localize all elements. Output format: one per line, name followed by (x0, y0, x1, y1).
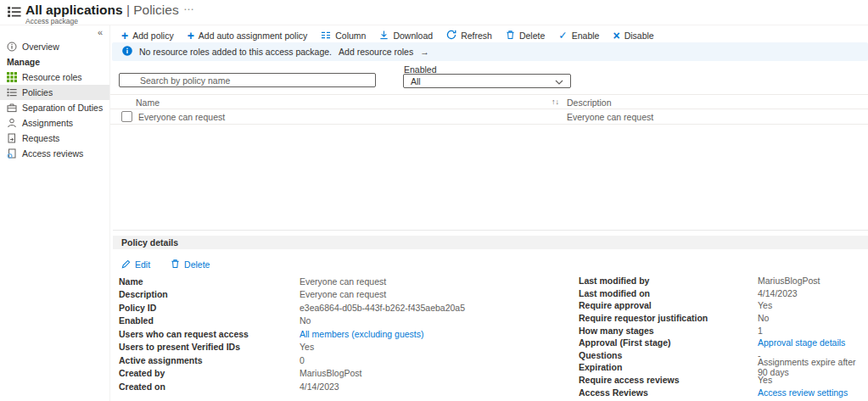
detail-label: How many stages (579, 326, 758, 336)
sidebar-item-label: Resource roles (22, 72, 82, 82)
detail-value: 1 (758, 326, 763, 336)
detail-value: No (300, 315, 311, 326)
detail-label: Access Reviews (579, 387, 758, 398)
page-title-blade: Policies (133, 3, 178, 17)
access-review-settings-link[interactable]: Access review settings (758, 387, 848, 398)
detail-value: 4/14/2023 (758, 288, 798, 298)
page-title-primary: All applications (25, 3, 123, 17)
detail-label: Enabled (119, 315, 300, 326)
download-icon (379, 30, 389, 42)
detail-value: 4/14/2023 (300, 382, 339, 392)
detail-label: Last modified by (579, 276, 758, 286)
detail-label: Created by (119, 368, 300, 378)
sidebar-section-manage: Manage (0, 54, 109, 70)
add-policy-button[interactable]: + Add policy (121, 30, 174, 42)
info-banner: No resource roles added to this access p… (112, 42, 868, 61)
detail-label: Require access reviews (579, 375, 758, 385)
dropdown-selected-value: All (411, 76, 555, 86)
panel-actions: Edit Delete (121, 259, 210, 270)
arrow-right-icon: → (420, 47, 429, 57)
detail-label: Last modified on (579, 288, 758, 298)
approval-stage-details-link[interactable]: Approval stage details (758, 337, 845, 348)
detail-value: Yes (758, 375, 772, 385)
edit-button[interactable]: Edit (121, 259, 150, 270)
enabled-filter-dropdown[interactable]: All (403, 74, 571, 88)
refresh-icon (446, 30, 456, 42)
detail-label: Created on (119, 382, 300, 392)
detail-value: Yes (758, 300, 772, 310)
policy-details-panel: Policy details Edit Delete NameEveryone … (113, 230, 868, 401)
grid-icon (7, 72, 17, 82)
table-header: Name ↑↓ Description (110, 94, 868, 109)
details-right-column: Last modified byMariusBlogPost Last modi… (579, 275, 867, 398)
sidebar-item-separation-of-duties[interactable]: Separation of Duties (0, 100, 109, 115)
detail-label: Users who can request access (119, 329, 300, 339)
disable-button[interactable]: × Disable (613, 30, 653, 42)
detail-value: Everyone can request (300, 289, 386, 299)
sidebar-item-overview[interactable]: Overview (0, 39, 109, 54)
row-checkbox[interactable] (121, 111, 132, 122)
sidebar-item-label: Separation of Duties (22, 103, 103, 113)
sidebar-item-label: Policies (22, 87, 53, 97)
columns-icon (321, 31, 331, 42)
x-icon: × (613, 30, 619, 42)
delete-policy-button[interactable]: Delete (171, 259, 210, 270)
sidebar-item-resource-roles[interactable]: Resource roles (0, 70, 109, 85)
sidebar-item-policies[interactable]: Policies (0, 85, 109, 100)
sidebar-item-assignments[interactable]: Assignments (0, 115, 109, 131)
plus-icon: + (121, 30, 128, 42)
sidebar-item-label: Requests (22, 133, 59, 143)
search-input[interactable] (119, 73, 376, 87)
detail-value: Everyone can request (300, 276, 386, 287)
sidebar-item-label: Overview (22, 42, 59, 52)
detail-label: Approval (First stage) (579, 337, 758, 348)
detail-label: Description (119, 289, 300, 299)
detail-label: Active assignments (119, 355, 300, 365)
table-row[interactable]: Everyone can request Everyone can reques… (110, 109, 868, 125)
collapse-sidebar-icon[interactable]: « (98, 27, 103, 37)
cell-policy-description: Everyone can request (567, 112, 653, 122)
sidebar-item-label: Access reviews (22, 148, 83, 159)
detail-value: MariusBlogPost (300, 368, 362, 378)
detail-label: Questions (579, 350, 758, 360)
detail-label: Expiration (579, 362, 758, 372)
detail-label: Users to present Verified IDs (119, 342, 300, 352)
download-button[interactable]: Download (379, 30, 433, 42)
panel-title: Policy details (113, 236, 868, 249)
access-package-icon (7, 4, 22, 21)
sidebar-item-label: Assignments (22, 118, 73, 128)
add-auto-assignment-policy-button[interactable]: + Add auto assignment policy (188, 30, 308, 42)
detail-label: Require requestor justification (579, 313, 758, 323)
check-icon: ✓ (558, 31, 567, 42)
column-header-name[interactable]: Name (136, 97, 160, 108)
plus-icon: + (188, 30, 194, 42)
details-left-column: NameEveryone can request DescriptionEver… (119, 275, 568, 393)
detail-value: No (758, 313, 769, 323)
sidebar-item-requests[interactable]: Requests (0, 131, 109, 146)
detail-value: Assignments expire after 90 days (758, 357, 867, 377)
info-icon (122, 46, 132, 58)
blade-header: All applications | Policies … Access pac… (0, 0, 868, 25)
column-header-description[interactable]: Description (567, 97, 612, 108)
delete-button[interactable]: Delete (506, 30, 545, 42)
pencil-icon (121, 259, 131, 270)
command-bar: + Add policy + Add auto assignment polic… (121, 28, 654, 43)
sidebar: « Overview Manage Resource roles Pol (0, 25, 110, 401)
page-subtitle: Access package (25, 17, 78, 25)
column-button[interactable]: Column (321, 31, 366, 42)
trash-icon (171, 259, 180, 270)
all-members-link[interactable]: All members (excluding guests) (300, 329, 423, 339)
enable-button[interactable]: ✓ Enable (558, 31, 599, 42)
sidebar-item-access-reviews[interactable]: Access reviews (0, 146, 109, 161)
detail-label: Require approval (579, 300, 758, 310)
person-icon (7, 118, 17, 128)
more-menu-icon[interactable]: … (183, 0, 195, 13)
banner-message: No resource roles added to this access p… (139, 47, 332, 57)
detail-label: Name (119, 276, 300, 287)
sort-icon[interactable]: ↑↓ (552, 97, 559, 106)
page-title: All applications | Policies (25, 3, 179, 18)
refresh-button[interactable]: Refresh (446, 30, 492, 42)
detail-value-policy-id: e3ea6864-d05b-443f-b262-f435aeba20a5 (300, 303, 465, 313)
access-review-icon (7, 148, 17, 159)
banner-add-resource-roles-link[interactable]: Add resource roles (339, 47, 413, 57)
